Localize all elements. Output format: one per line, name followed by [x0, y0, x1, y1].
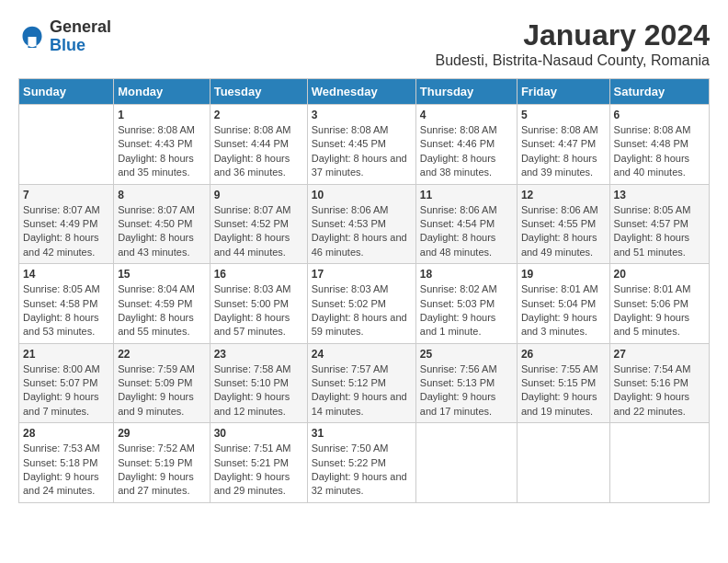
day-number: 13: [614, 189, 705, 201]
day-info: Sunrise: 7:53 AMSunset: 5:18 PMDaylight:…: [23, 442, 109, 499]
weekday-header: Monday: [114, 79, 210, 105]
day-info: Sunrise: 8:07 AMSunset: 4:52 PMDaylight:…: [214, 203, 303, 260]
day-number: 28: [23, 427, 109, 440]
logo-blue: Blue: [50, 37, 111, 55]
calendar-table: SundayMondayTuesdayWednesdayThursdayFrid…: [18, 78, 710, 503]
calendar-cell: 25Sunrise: 7:56 AMSunset: 5:13 PMDayligh…: [415, 343, 517, 423]
calendar-cell: 6Sunrise: 8:08 AMSunset: 4:48 PMDaylight…: [609, 105, 709, 185]
calendar-cell: 22Sunrise: 7:59 AMSunset: 5:09 PMDayligh…: [114, 343, 210, 423]
calendar-cell: 15Sunrise: 8:04 AMSunset: 4:59 PMDayligh…: [114, 264, 210, 344]
day-number: 4: [420, 109, 513, 121]
day-info: Sunrise: 8:07 AMSunset: 4:49 PMDaylight:…: [23, 203, 109, 260]
day-info: Sunrise: 8:08 AMSunset: 4:45 PMDaylight:…: [312, 123, 412, 180]
weekday-header: Friday: [517, 79, 609, 105]
calendar-cell: 21Sunrise: 8:00 AMSunset: 5:07 PMDayligh…: [19, 343, 114, 423]
calendar-cell: [609, 423, 709, 503]
calendar-cell: 14Sunrise: 8:05 AMSunset: 4:58 PMDayligh…: [19, 264, 114, 344]
calendar-cell: 11Sunrise: 8:06 AMSunset: 4:54 PMDayligh…: [415, 184, 517, 264]
day-info: Sunrise: 7:56 AMSunset: 5:13 PMDaylight:…: [420, 362, 513, 419]
day-number: 6: [614, 109, 705, 121]
weekday-header: Wednesday: [307, 79, 415, 105]
day-info: Sunrise: 8:08 AMSunset: 4:43 PMDaylight:…: [118, 123, 205, 180]
calendar-week-row: 28Sunrise: 7:53 AMSunset: 5:18 PMDayligh…: [19, 423, 710, 503]
calendar-cell: [19, 105, 114, 185]
calendar-cell: 10Sunrise: 8:06 AMSunset: 4:53 PMDayligh…: [307, 184, 415, 264]
day-number: 11: [420, 189, 513, 201]
logo: General Blue: [18, 18, 111, 55]
calendar-cell: 8Sunrise: 8:07 AMSunset: 4:50 PMDaylight…: [114, 184, 210, 264]
logo-icon: [18, 23, 46, 51]
day-info: Sunrise: 7:58 AMSunset: 5:10 PMDaylight:…: [214, 362, 303, 419]
weekday-header: Thursday: [415, 79, 517, 105]
calendar-cell: 31Sunrise: 7:50 AMSunset: 5:22 PMDayligh…: [307, 423, 415, 503]
page-title: January 2024: [435, 18, 710, 52]
logo-text: General Blue: [50, 18, 111, 55]
day-number: 24: [312, 348, 412, 361]
day-number: 25: [420, 348, 513, 361]
day-number: 21: [23, 348, 109, 361]
day-number: 26: [521, 348, 606, 361]
calendar-week-row: 14Sunrise: 8:05 AMSunset: 4:58 PMDayligh…: [19, 264, 710, 344]
day-info: Sunrise: 8:03 AMSunset: 5:02 PMDaylight:…: [312, 282, 412, 339]
day-info: Sunrise: 8:01 AMSunset: 5:06 PMDaylight:…: [614, 282, 705, 339]
day-info: Sunrise: 7:54 AMSunset: 5:16 PMDaylight:…: [614, 362, 705, 419]
calendar-cell: 17Sunrise: 8:03 AMSunset: 5:02 PMDayligh…: [307, 264, 415, 344]
day-info: Sunrise: 8:05 AMSunset: 4:58 PMDaylight:…: [23, 282, 109, 339]
day-number: 30: [214, 427, 303, 440]
day-number: 14: [23, 268, 109, 281]
day-info: Sunrise: 8:06 AMSunset: 4:55 PMDaylight:…: [521, 203, 606, 260]
day-info: Sunrise: 7:57 AMSunset: 5:12 PMDaylight:…: [312, 362, 412, 419]
day-number: 10: [312, 189, 412, 201]
calendar-cell: 27Sunrise: 7:54 AMSunset: 5:16 PMDayligh…: [609, 343, 709, 423]
day-info: Sunrise: 7:50 AMSunset: 5:22 PMDaylight:…: [312, 442, 412, 499]
day-info: Sunrise: 8:06 AMSunset: 4:54 PMDaylight:…: [420, 203, 513, 260]
day-number: 29: [118, 427, 205, 440]
calendar-cell: 30Sunrise: 7:51 AMSunset: 5:21 PMDayligh…: [210, 423, 307, 503]
calendar-week-row: 1Sunrise: 8:08 AMSunset: 4:43 PMDaylight…: [19, 105, 710, 185]
day-info: Sunrise: 7:51 AMSunset: 5:21 PMDaylight:…: [214, 442, 303, 499]
day-number: 31: [312, 427, 412, 440]
day-info: Sunrise: 8:07 AMSunset: 4:50 PMDaylight:…: [118, 203, 205, 260]
calendar-cell: 5Sunrise: 8:08 AMSunset: 4:47 PMDaylight…: [517, 105, 609, 185]
day-number: 15: [118, 268, 205, 281]
calendar-cell: 13Sunrise: 8:05 AMSunset: 4:57 PMDayligh…: [609, 184, 709, 264]
day-number: 5: [521, 109, 606, 121]
day-number: 7: [23, 189, 109, 201]
calendar-cell: 20Sunrise: 8:01 AMSunset: 5:06 PMDayligh…: [609, 264, 709, 344]
calendar-cell: 19Sunrise: 8:01 AMSunset: 5:04 PMDayligh…: [517, 264, 609, 344]
day-info: Sunrise: 8:02 AMSunset: 5:03 PMDaylight:…: [420, 282, 513, 339]
day-info: Sunrise: 7:52 AMSunset: 5:19 PMDaylight:…: [118, 442, 205, 499]
day-info: Sunrise: 8:01 AMSunset: 5:04 PMDaylight:…: [521, 282, 606, 339]
day-info: Sunrise: 8:03 AMSunset: 5:00 PMDaylight:…: [214, 282, 303, 339]
calendar-cell: 26Sunrise: 7:55 AMSunset: 5:15 PMDayligh…: [517, 343, 609, 423]
weekday-header: Sunday: [19, 79, 114, 105]
day-number: 19: [521, 268, 606, 281]
day-number: 18: [420, 268, 513, 281]
day-number: 2: [214, 109, 303, 121]
calendar-cell: 18Sunrise: 8:02 AMSunset: 5:03 PMDayligh…: [415, 264, 517, 344]
title-area: January 2024 Budesti, Bistrita-Nasaud Co…: [435, 18, 710, 69]
calendar-cell: 9Sunrise: 8:07 AMSunset: 4:52 PMDaylight…: [210, 184, 307, 264]
page-subtitle: Budesti, Bistrita-Nasaud County, Romania: [435, 52, 710, 69]
calendar-cell: 7Sunrise: 8:07 AMSunset: 4:49 PMDaylight…: [19, 184, 114, 264]
day-number: 12: [521, 189, 606, 201]
calendar-cell: [415, 423, 517, 503]
day-number: 17: [312, 268, 412, 281]
page-header: General Blue January 2024 Budesti, Bistr…: [18, 18, 710, 69]
day-number: 8: [118, 189, 205, 201]
calendar-cell: 3Sunrise: 8:08 AMSunset: 4:45 PMDaylight…: [307, 105, 415, 185]
calendar-cell: 29Sunrise: 7:52 AMSunset: 5:19 PMDayligh…: [114, 423, 210, 503]
calendar-cell: 23Sunrise: 7:58 AMSunset: 5:10 PMDayligh…: [210, 343, 307, 423]
day-number: 23: [214, 348, 303, 361]
day-info: Sunrise: 8:08 AMSunset: 4:48 PMDaylight:…: [614, 123, 705, 180]
day-info: Sunrise: 8:08 AMSunset: 4:44 PMDaylight:…: [214, 123, 303, 180]
calendar-cell: 24Sunrise: 7:57 AMSunset: 5:12 PMDayligh…: [307, 343, 415, 423]
day-number: 22: [118, 348, 205, 361]
calendar-cell: [517, 423, 609, 503]
day-info: Sunrise: 8:00 AMSunset: 5:07 PMDaylight:…: [23, 362, 109, 419]
day-number: 16: [214, 268, 303, 281]
calendar-cell: 1Sunrise: 8:08 AMSunset: 4:43 PMDaylight…: [114, 105, 210, 185]
day-info: Sunrise: 8:08 AMSunset: 4:47 PMDaylight:…: [521, 123, 606, 180]
day-info: Sunrise: 7:59 AMSunset: 5:09 PMDaylight:…: [118, 362, 205, 419]
weekday-header: Saturday: [609, 79, 709, 105]
